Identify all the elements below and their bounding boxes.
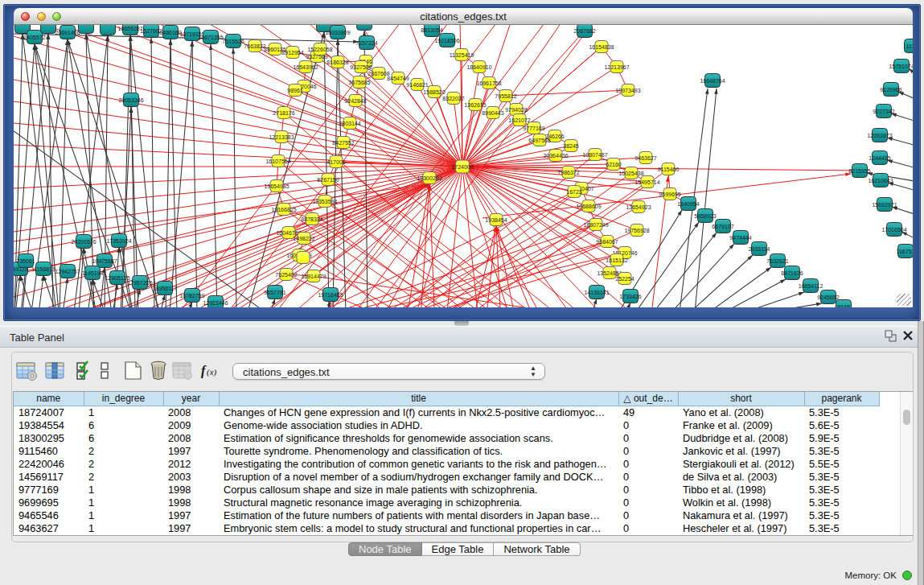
svg-text:8912954: 8912954 bbox=[281, 50, 303, 56]
svg-text:116753: 116753 bbox=[897, 249, 913, 254]
svg-text:11325419: 11325419 bbox=[450, 52, 474, 58]
svg-text:1244415: 1244415 bbox=[869, 155, 890, 161]
svg-text:f: f bbox=[201, 364, 207, 378]
svg-text:1621072: 1621072 bbox=[508, 117, 530, 123]
svg-text:20364436: 20364436 bbox=[543, 153, 568, 159]
svg-text:3675685: 3675685 bbox=[348, 80, 370, 85]
svg-text:7357224: 7357224 bbox=[355, 40, 377, 46]
svg-text:1498222: 1498222 bbox=[293, 236, 314, 241]
svg-text:7663822: 7663822 bbox=[244, 43, 265, 49]
svg-text:13654923: 13654923 bbox=[626, 204, 651, 210]
svg-text:15692971: 15692971 bbox=[872, 202, 897, 208]
svg-text:62160: 62160 bbox=[606, 162, 622, 167]
svg-text:1112: 1112 bbox=[906, 43, 913, 49]
svg-text:2087682: 2087682 bbox=[573, 28, 595, 34]
svg-text:16154838: 16154838 bbox=[589, 44, 614, 50]
svg-text:252254: 252254 bbox=[615, 276, 634, 282]
svg-text:18300293: 18300293 bbox=[417, 175, 441, 181]
svg-text:19756928: 19756928 bbox=[624, 228, 649, 233]
svg-text:8471676: 8471676 bbox=[781, 270, 803, 276]
svg-text:9777169: 9777169 bbox=[523, 126, 544, 131]
svg-text:10807487: 10807487 bbox=[582, 152, 607, 158]
svg-text:16914479: 16914479 bbox=[301, 274, 326, 279]
svg-text:18640910: 18640910 bbox=[466, 64, 491, 70]
svg-text:10975887: 10975887 bbox=[92, 258, 117, 264]
svg-text:20053346: 20053346 bbox=[118, 97, 143, 103]
svg-text:1145194: 1145194 bbox=[82, 270, 104, 276]
svg-text:7632621: 7632621 bbox=[766, 258, 788, 264]
svg-text:7986372: 7986372 bbox=[557, 170, 579, 175]
svg-text:8454749: 8454749 bbox=[387, 76, 409, 81]
svg-text:12942757: 12942757 bbox=[55, 269, 80, 274]
svg-text:1405572: 1405572 bbox=[23, 35, 45, 40]
svg-text:9699695: 9699695 bbox=[659, 192, 680, 197]
svg-text:19166825: 19166825 bbox=[271, 207, 296, 212]
svg-text:11353594: 11353594 bbox=[313, 199, 338, 204]
svg-text:17016504: 17016504 bbox=[881, 227, 906, 233]
svg-text:12905135: 12905135 bbox=[105, 275, 129, 281]
svg-text:1588520: 1588520 bbox=[423, 89, 445, 95]
svg-text:18807249: 18807249 bbox=[583, 222, 608, 228]
svg-text:9794028: 9794028 bbox=[505, 107, 527, 113]
svg-text:9463627: 9463627 bbox=[634, 155, 656, 161]
svg-text:8267150: 8267150 bbox=[317, 177, 339, 183]
svg-text:9242848: 9242848 bbox=[344, 98, 366, 104]
svg-text:16648764: 16648764 bbox=[700, 78, 725, 84]
svg-text:9245: 9245 bbox=[837, 304, 850, 308]
svg-text:8813054: 8813054 bbox=[421, 27, 442, 33]
svg-text:16210643: 16210643 bbox=[868, 178, 893, 183]
svg-text:6679197: 6679197 bbox=[712, 224, 733, 229]
svg-text:8322037: 8322037 bbox=[442, 96, 464, 101]
svg-text:10958117: 10958117 bbox=[153, 286, 178, 291]
svg-text:20200576: 20200576 bbox=[71, 239, 96, 245]
svg-text:10973493: 10973493 bbox=[615, 88, 640, 93]
svg-text:12213967: 12213967 bbox=[604, 64, 629, 70]
svg-text:38245: 38245 bbox=[563, 143, 579, 149]
svg-text:12923446: 12923446 bbox=[203, 300, 228, 306]
svg-text:8427552: 8427552 bbox=[332, 140, 354, 146]
svg-text:19218506: 19218506 bbox=[434, 38, 459, 43]
svg-text:15226058: 15226058 bbox=[307, 47, 332, 52]
svg-text:8990443: 8990443 bbox=[482, 110, 503, 116]
svg-text:9115460: 9115460 bbox=[658, 167, 680, 172]
svg-text:1733426: 1733426 bbox=[619, 294, 641, 299]
svg-text:1640954: 1640954 bbox=[677, 201, 699, 207]
svg-text:12093873: 12093873 bbox=[867, 133, 892, 138]
svg-text:9657791: 9657791 bbox=[264, 290, 285, 295]
svg-text:735061: 735061 bbox=[16, 258, 35, 264]
svg-text:17957255: 17957255 bbox=[127, 280, 152, 286]
svg-text:16107554: 16107554 bbox=[265, 159, 290, 164]
svg-text:9245652: 9245652 bbox=[817, 295, 839, 300]
svg-text:16782759: 16782759 bbox=[179, 293, 204, 299]
svg-text:10025438: 10025438 bbox=[618, 171, 643, 176]
svg-text:16033809: 16033809 bbox=[325, 30, 350, 35]
svg-text:(x): (x) bbox=[207, 367, 217, 377]
svg-text:1938454: 1938454 bbox=[485, 217, 507, 223]
svg-text:7625402: 7625402 bbox=[275, 272, 297, 278]
svg-text:9327508: 9327508 bbox=[350, 64, 372, 70]
svg-text:20691406: 20691406 bbox=[55, 30, 80, 35]
svg-text:14136141: 14136141 bbox=[584, 290, 609, 295]
svg-text:19716485: 19716485 bbox=[318, 292, 343, 298]
svg-text:10655287: 10655287 bbox=[117, 26, 142, 31]
svg-text:19654985: 19654985 bbox=[264, 183, 289, 189]
svg-text:9474444: 9474444 bbox=[729, 235, 751, 241]
svg-text:6497568: 6497568 bbox=[528, 138, 550, 143]
svg-text:2803144: 2803144 bbox=[339, 121, 360, 126]
svg-text:10688609: 10688609 bbox=[576, 204, 601, 209]
svg-text:2718176: 2718176 bbox=[273, 110, 294, 116]
svg-text:5958923: 5958923 bbox=[694, 213, 716, 219]
svg-text:9684067: 9684067 bbox=[596, 239, 618, 245]
svg-text:2933114: 2933114 bbox=[749, 246, 770, 252]
svg-text:15495714: 15495714 bbox=[634, 179, 659, 185]
svg-text:1362615: 1362615 bbox=[464, 102, 486, 108]
svg-text:9129966: 9129966 bbox=[880, 87, 901, 93]
svg-text:98961: 98961 bbox=[287, 88, 303, 93]
svg-text:1724009: 1724009 bbox=[451, 164, 473, 170]
svg-text:10654112: 10654112 bbox=[799, 283, 823, 289]
svg-text:16723: 16723 bbox=[566, 189, 582, 195]
svg-text:15751074: 15751074 bbox=[889, 64, 913, 69]
svg-text:1615132: 1615132 bbox=[606, 257, 627, 263]
svg-text:9146821: 9146821 bbox=[406, 82, 428, 88]
svg-text:16961758: 16961758 bbox=[476, 80, 501, 86]
